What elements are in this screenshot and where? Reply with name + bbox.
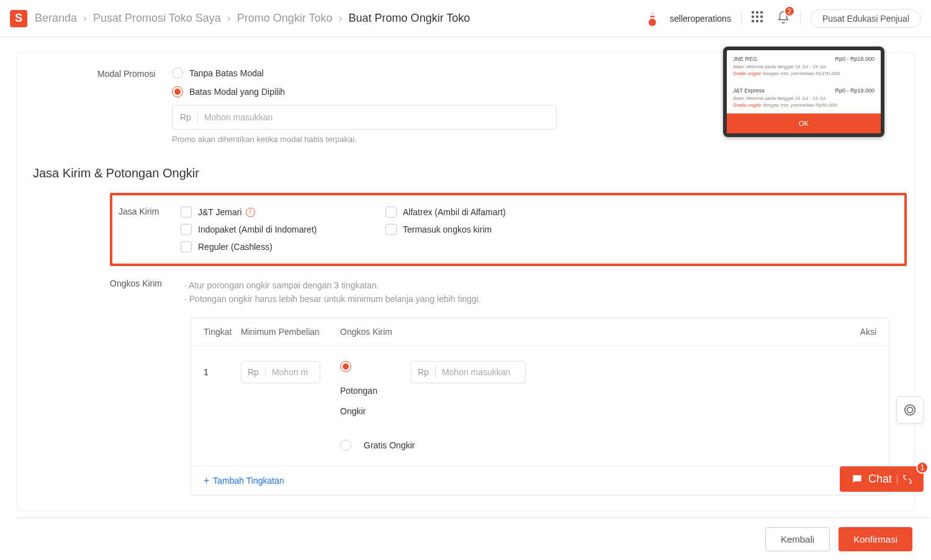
ongkir-opt-gratis[interactable]: Gratis Ongkir: [340, 440, 539, 451]
divider: [741, 11, 742, 26]
gratis-label: Gratis Ongkir: [364, 440, 415, 450]
jasa-opt-jt-jemari[interactable]: J&T Jemari !: [181, 207, 385, 218]
col-aksi: Aksi: [839, 327, 876, 337]
preview-price-1: Rp0 - Rp18.000: [835, 55, 875, 63]
checkbox-icon: [385, 224, 397, 235]
checkbox-icon: [385, 207, 397, 218]
notifications-button[interactable]: 2: [776, 11, 790, 26]
jasa-opt-indopaket[interactable]: Indopaket (Ambil di Indomaret): [181, 224, 385, 235]
tier-header: Tingkat Minimum Pembelian Ongkos Kirim A…: [191, 318, 889, 346]
modal-opt1-label: Tanpa Batas Modal: [189, 68, 264, 78]
ongkir-note-2: · Potongan ongkir harus lebih besar untu…: [184, 292, 481, 306]
radio-checked-icon: [172, 86, 183, 97]
add-tier-label: Tambah Tingkatan: [213, 476, 284, 486]
ongkir-notes: · Atur porongan ongkir sampai dengan 3 t…: [184, 278, 481, 306]
modal-opt2-label: Batas Modal yang Dipilih: [189, 87, 285, 97]
tier-footer: + Tambah Tingkatan: [191, 466, 889, 495]
chat-divider: [897, 474, 897, 485]
jasa-options-grid: J&T Jemari ! Alfatrex (Ambil di Alfamart…: [181, 207, 590, 252]
mobile-preview: JNE REGRp0 - Rp18.000 Akan diterima pada…: [723, 47, 884, 137]
chat-badge: 1: [916, 461, 929, 474]
jasa-opt-label: Reguler (Cashless): [198, 242, 272, 252]
section-title: Jasa Kirim & Potongan Ongkir: [33, 166, 914, 180]
potongan-label: Potongan Ongkir: [340, 381, 402, 422]
tier-row-1: 1 Rp Mohon m Potongan Ongkir: [191, 346, 889, 466]
shopee-logo-icon[interactable]: S: [10, 10, 27, 27]
discount-amount-input[interactable]: Rp Mohon masukkan: [411, 361, 526, 383]
preview-eta-2: Akan diterima pada tanggal 16 Jul - 19 J…: [733, 95, 875, 102]
preview-courier-2: J&T Express: [733, 87, 765, 95]
warning-icon: !: [246, 208, 255, 217]
breadcrumb-promo-ongkir[interactable]: Promo Ongkir Toko: [237, 12, 333, 25]
back-button[interactable]: Kembali: [765, 527, 830, 551]
jasa-opt-termasuk[interactable]: Termasuk ongkos kirim: [385, 224, 590, 235]
breadcrumb-promo-center[interactable]: Pusat Promosi Toko Saya: [93, 12, 221, 25]
seller-avatar-icon[interactable]: [645, 11, 660, 26]
add-tier-button[interactable]: + Tambah Tingkatan: [204, 475, 284, 486]
modal-placeholder: Mohon masukkan: [204, 112, 273, 122]
edu-search-pill[interactable]: Pusat Edukasi Penjual: [811, 9, 921, 28]
svg-point-3: [907, 407, 912, 412]
preview-shipping-1: JNE REGRp0 - Rp18.000 Akan diterima pada…: [727, 50, 881, 82]
jasa-opt-reguler[interactable]: Reguler (Cashless): [181, 241, 385, 252]
form-card: JNE REGRp0 - Rp18.000 Akan diterima pada…: [16, 52, 915, 511]
col-minimum: Minimum Pembelian: [241, 327, 340, 337]
input-divider: [435, 366, 436, 378]
chevron-right-icon: ›: [227, 12, 231, 25]
help-button[interactable]: [896, 396, 924, 424]
min-purchase-input[interactable]: Rp Mohon m: [241, 361, 320, 383]
breadcrumb-home[interactable]: Beranda: [35, 12, 77, 25]
preview-free-1: Gratis ongkir: [733, 71, 761, 76]
plus-icon: +: [204, 475, 209, 486]
notification-badge: 2: [784, 6, 795, 17]
jasa-label: Jasa Kirim: [119, 207, 181, 252]
col-ongkir: Ongkos Kirim: [340, 327, 539, 337]
preview-courier-1: JNE REG: [733, 55, 757, 63]
radio-checked-icon: [340, 361, 351, 372]
modal-label: Modal Promosi: [97, 68, 172, 79]
top-bar: S Beranda › Pusat Promosi Toko Saya › Pr…: [0, 0, 931, 37]
checkbox-icon: [181, 224, 192, 235]
preview-price-2: Rp0 - Rp19.000: [835, 87, 875, 95]
preview-cond-1: dengan min. pembelian Rp150.000: [761, 71, 840, 76]
svg-point-0: [649, 19, 656, 26]
checkbox-icon: [181, 207, 192, 218]
ongkir-note-1: · Atur porongan ongkir sampai dengan 3 t…: [184, 278, 481, 292]
jasa-opt-label: Termasuk ongkos kirim: [403, 224, 492, 234]
breadcrumb-current: Buat Promo Ongkir Toko: [349, 12, 470, 25]
ongkir-opt-potongan[interactable]: Potongan Ongkir: [340, 361, 402, 422]
divider: [800, 11, 801, 26]
preview-ok-button: OK: [727, 113, 881, 133]
min-placeholder: Mohon m: [272, 367, 308, 377]
checkbox-icon: [181, 241, 192, 252]
expand-icon: [902, 474, 912, 484]
chat-icon: [851, 473, 863, 486]
preview-shipping-2: J&T ExpressRp0 - Rp19.000 Akan diterima …: [727, 82, 881, 113]
col-tingkat: Tingkat: [204, 327, 241, 337]
chat-button[interactable]: Chat 1: [840, 466, 924, 492]
chevron-right-icon: ›: [83, 12, 87, 25]
svg-point-2: [905, 405, 915, 416]
top-right: selleroperations 2 Pusat Edukasi Penjual: [645, 9, 921, 28]
bell-icon: [776, 16, 790, 26]
jasa-opt-label: Indopaket (Ambil di Indomaret): [198, 224, 317, 234]
chevron-right-icon: ›: [339, 12, 343, 25]
jasa-opt-alfatrex[interactable]: Alfatrex (Ambil di Alfamart): [385, 207, 590, 218]
confirm-button[interactable]: Konfirmasi: [839, 527, 912, 551]
preview-eta-1: Akan diterima pada tanggal 16 Jul - 19 J…: [733, 63, 875, 70]
radio-icon: [340, 440, 351, 451]
jasa-opt-label: J&T Jemari: [198, 207, 242, 217]
discount-placeholder: Mohon masukkan: [442, 367, 511, 377]
preview-free-2: Gratis ongkir: [733, 102, 761, 108]
radio-icon: [172, 68, 183, 79]
apps-grid-icon[interactable]: [752, 11, 767, 26]
input-divider: [265, 366, 266, 378]
seller-name[interactable]: selleroperations: [670, 14, 731, 24]
mobile-frame: JNE REGRp0 - Rp18.000 Akan diterima pada…: [723, 47, 884, 137]
currency-prefix: Rp: [180, 112, 191, 122]
bottom-action-bar: Kembali Konfirmasi: [16, 518, 931, 560]
chat-label: Chat: [868, 473, 892, 486]
tier-number: 1: [204, 361, 241, 377]
preview-cond-2: dengan min. pembelian Rp50.000: [761, 102, 837, 108]
modal-amount-input[interactable]: Rp Mohon masukkan: [172, 105, 557, 130]
